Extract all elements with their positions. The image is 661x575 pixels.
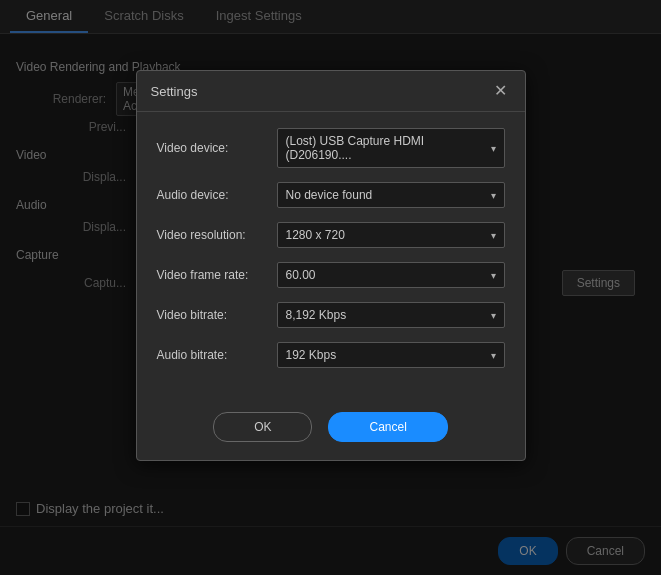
- video-resolution-label: Video resolution:: [157, 228, 277, 242]
- video-framerate-label: Video frame rate:: [157, 268, 277, 282]
- audio-device-field: Audio device: No device found ▾: [157, 182, 505, 208]
- video-device-field: Video device: (Lost) USB Capture HDMI (D…: [157, 128, 505, 168]
- modal-ok-button[interactable]: OK: [213, 412, 312, 442]
- video-bitrate-dropdown[interactable]: 8,192 Kbps ▾: [277, 302, 505, 328]
- modal-footer: OK Cancel: [137, 398, 525, 460]
- audio-bitrate-field: Audio bitrate: 192 Kbps ▾: [157, 342, 505, 368]
- video-bitrate-chevron-icon: ▾: [491, 310, 496, 321]
- audio-device-label: Audio device:: [157, 188, 277, 202]
- video-device-chevron-icon: ▾: [491, 143, 496, 154]
- video-device-value: (Lost) USB Capture HDMI (D206190....: [286, 134, 487, 162]
- settings-modal: Settings ✕ Video device: (Lost) USB Capt…: [136, 70, 526, 461]
- audio-bitrate-chevron-icon: ▾: [491, 350, 496, 361]
- modal-close-button[interactable]: ✕: [490, 81, 511, 101]
- modal-body: Video device: (Lost) USB Capture HDMI (D…: [137, 112, 525, 398]
- video-resolution-chevron-icon: ▾: [491, 230, 496, 241]
- video-framerate-value: 60.00: [286, 268, 316, 282]
- video-bitrate-label: Video bitrate:: [157, 308, 277, 322]
- video-device-label: Video device:: [157, 141, 277, 155]
- modal-cancel-button[interactable]: Cancel: [328, 412, 447, 442]
- modal-title: Settings: [151, 84, 198, 99]
- video-bitrate-value: 8,192 Kbps: [286, 308, 347, 322]
- audio-device-dropdown[interactable]: No device found ▾: [277, 182, 505, 208]
- video-resolution-value: 1280 x 720: [286, 228, 345, 242]
- audio-bitrate-dropdown[interactable]: 192 Kbps ▾: [277, 342, 505, 368]
- audio-bitrate-label: Audio bitrate:: [157, 348, 277, 362]
- video-device-dropdown[interactable]: (Lost) USB Capture HDMI (D206190.... ▾: [277, 128, 505, 168]
- video-resolution-field: Video resolution: 1280 x 720 ▾: [157, 222, 505, 248]
- video-bitrate-field: Video bitrate: 8,192 Kbps ▾: [157, 302, 505, 328]
- modal-header: Settings ✕: [137, 71, 525, 112]
- video-framerate-field: Video frame rate: 60.00 ▾: [157, 262, 505, 288]
- modal-overlay: Settings ✕ Video device: (Lost) USB Capt…: [0, 0, 661, 575]
- video-framerate-chevron-icon: ▾: [491, 270, 496, 281]
- audio-device-chevron-icon: ▾: [491, 190, 496, 201]
- audio-bitrate-value: 192 Kbps: [286, 348, 337, 362]
- video-resolution-dropdown[interactable]: 1280 x 720 ▾: [277, 222, 505, 248]
- video-framerate-dropdown[interactable]: 60.00 ▾: [277, 262, 505, 288]
- audio-device-value: No device found: [286, 188, 373, 202]
